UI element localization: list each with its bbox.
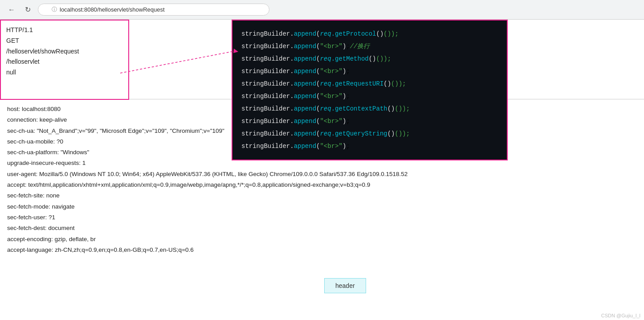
code-line: stringBuilder.append("<br>"); [241,65,498,78]
header-button[interactable]: header [324,278,366,293]
lock-icon: ⓘ [52,6,57,13]
header-line: sec-fetch-dest: document [7,223,637,234]
url-text: localhost:8080/helloservlet/showRequest [60,6,165,13]
svg-marker-1 [233,49,238,53]
browser-chrome: ← ↻ ⓘ localhost:8080/helloservlet/showRe… [0,0,644,20]
address-bar[interactable]: ⓘ localhost:8080/helloservlet/showReques… [38,4,269,16]
header-line: sec-fetch-site: none [7,190,637,201]
header-line: accept: text/html,application/xhtml+xml,… [7,180,637,190]
code-line: stringBuilder.append(req.getProtocol()()… [241,28,498,40]
response-line: /helloservlet [6,57,123,67]
response-panel: HTTP/1.1GET/helloservlet/showRequest/hel… [0,20,129,100]
arrow-diagram [120,46,245,91]
csdn-watermark: CSDN @Gujiu_l_l [601,313,640,318]
main-content: HTTP/1.1GET/helloservlet/showRequest/hel… [0,20,644,320]
code-line: stringBuilder.append(req.getMethod()()); [241,53,498,65]
response-line: GET [6,36,123,46]
code-line: stringBuilder.append(req.getRequestURI()… [241,78,498,90]
code-line: stringBuilder.append("<br>");//换行 [241,40,498,53]
response-line: null [6,67,123,78]
code-line: stringBuilder.append("<br>"); [241,115,498,127]
code-panel: stringBuilder.append(req.getProtocol()()… [232,20,508,160]
header-line: accept-encoding: gzip, deflate, br [7,234,637,245]
header-line: accept-language: zh-CN,zh;q=0.9,en;q=0.8… [7,245,637,255]
code-line: stringBuilder.append("<br>"); [241,140,498,152]
svg-line-0 [120,51,236,73]
back-button[interactable]: ← [5,5,18,15]
header-line: sec-fetch-user: ?1 [7,212,637,223]
response-line: HTTP/1.1 [6,25,123,36]
code-line: stringBuilder.append(req.getQueryString(… [241,127,498,140]
header-line: sec-fetch-mode: navigate [7,201,637,212]
header-line: user-agent: Mozilla/5.0 (Windows NT 10.0… [7,169,637,180]
code-line: stringBuilder.append("<br>"); [241,90,498,103]
response-line: /helloservlet/showRequest [6,46,123,57]
code-line: stringBuilder.append(req.getContextPath(… [241,103,498,115]
reload-button[interactable]: ↻ [22,4,33,15]
